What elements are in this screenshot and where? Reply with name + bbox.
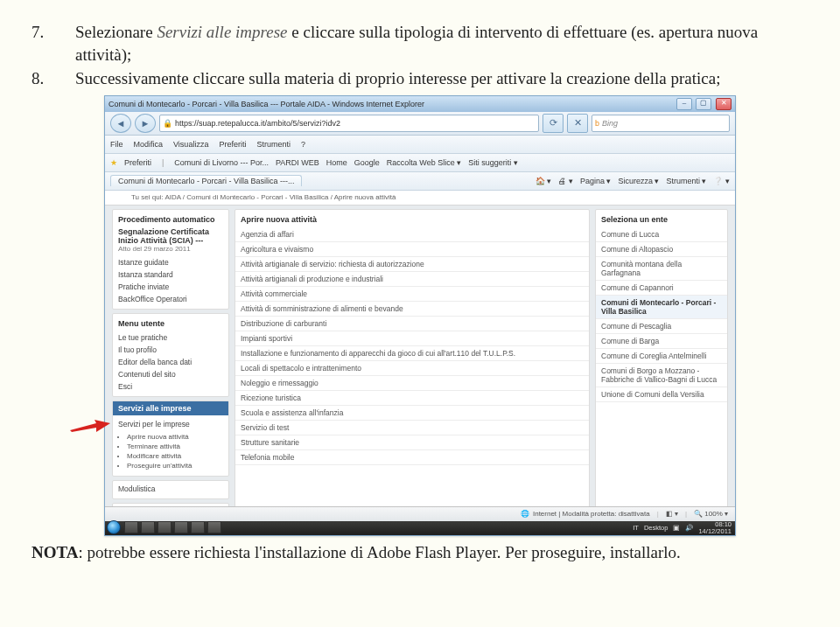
menu-view[interactable]: Visualizza bbox=[173, 140, 208, 149]
activity-item[interactable]: Locali di spettacolo e intrattenimento bbox=[235, 361, 589, 376]
minimize-button[interactable]: – bbox=[676, 98, 692, 110]
tray-clock[interactable]: 08:10 14/12/2011 bbox=[698, 521, 732, 534]
ente-item[interactable]: Comune di Pescaglia bbox=[596, 319, 727, 334]
tool-security[interactable]: Sicurezza ▾ bbox=[618, 177, 659, 185]
window-title: Comuni di Montecarlo - Porcari - Villa B… bbox=[108, 100, 424, 108]
fav-link[interactable]: PARDI WEB bbox=[276, 158, 319, 167]
ente-item[interactable]: Comune di Coreglia Antelminelli bbox=[596, 349, 727, 364]
search-box[interactable]: b Bing bbox=[592, 115, 730, 132]
zoom-level[interactable]: 🔍 100% ▾ bbox=[694, 510, 728, 518]
activity-item[interactable]: Impianti sportivi bbox=[235, 331, 589, 346]
maximize-button[interactable]: ▢ bbox=[696, 98, 711, 110]
tool-help[interactable]: ❔ ▾ bbox=[713, 177, 730, 185]
activity-item[interactable]: Strutture sanitarie bbox=[235, 435, 589, 450]
activity-item[interactable]: Distribuzione di carburanti bbox=[235, 317, 589, 331]
ente-item[interactable]: Comune di Lucca bbox=[596, 227, 727, 242]
taskbar: IT Desktop ▣ 🔊 08:10 14/12/2011 bbox=[105, 521, 735, 535]
ente-item[interactable]: Comuni di Borgo a Mozzano -Fabbriche di … bbox=[596, 364, 727, 387]
link-modulistica[interactable]: Modulistica bbox=[118, 483, 223, 495]
panel-title: Servizi alle imprese bbox=[113, 401, 228, 415]
link-istanze-guidate[interactable]: Istanze guidate bbox=[118, 256, 223, 268]
refresh-button[interactable]: ⟳ bbox=[542, 114, 564, 133]
fav-link[interactable]: Google bbox=[354, 158, 380, 167]
close-button[interactable]: ✕ bbox=[716, 98, 732, 110]
menu-help[interactable]: ? bbox=[301, 140, 305, 149]
servizi-item[interactable]: Terminare attività bbox=[127, 442, 223, 451]
star-icon[interactable]: ★ bbox=[110, 158, 117, 167]
ente-item[interactable]: Comune di Capannori bbox=[596, 281, 727, 296]
step-number: 8. bbox=[32, 67, 75, 90]
zone-text: Internet | Modalità protetta: disattivat… bbox=[533, 510, 650, 518]
link-profilo[interactable]: Il tuo profilo bbox=[118, 344, 223, 356]
taskbar-pin[interactable] bbox=[174, 521, 188, 533]
tool-print[interactable]: 🖨 ▾ bbox=[558, 177, 573, 185]
link-contenuti[interactable]: Contenuti del sito bbox=[118, 368, 223, 380]
ente-item[interactable]: Comune di Barga bbox=[596, 334, 727, 349]
ente-item[interactable]: Comune di Altopascio bbox=[596, 242, 727, 257]
menu-tools[interactable]: Strumenti bbox=[256, 140, 290, 149]
tool-tools[interactable]: Strumenti ▾ bbox=[666, 177, 706, 185]
activity-item[interactable]: Agenzia di affari bbox=[235, 227, 589, 242]
fav-label[interactable]: Preferiti bbox=[124, 158, 151, 167]
activity-item[interactable]: Noleggio e rimessaggio bbox=[235, 376, 589, 391]
start-button[interactable] bbox=[107, 520, 121, 534]
forward-button[interactable]: ► bbox=[135, 114, 156, 133]
ente-item-selected[interactable]: Comuni di Montecarlo - Porcari - Villa B… bbox=[596, 296, 727, 319]
tabs-row: Comuni di Montecarlo - Porcari - Villa B… bbox=[105, 172, 735, 191]
tool-home[interactable]: 🏠 ▾ bbox=[536, 177, 552, 185]
url-text: https://suap.retepalucca.it/ambito/5/ser… bbox=[175, 119, 340, 128]
link-tue-pratiche[interactable]: Le tue pratiche bbox=[118, 331, 223, 344]
activity-item[interactable]: Telefonia mobile bbox=[235, 450, 589, 465]
fav-link[interactable]: Comuni di Livorno --- Por... bbox=[174, 158, 269, 167]
tool-page[interactable]: Pagina ▾ bbox=[580, 177, 612, 185]
globe-icon: 🌐 bbox=[521, 510, 529, 518]
activity-item[interactable]: Agricoltura e vivaismo bbox=[235, 242, 589, 257]
ente-item[interactable]: Comunità montana della Garfagnana bbox=[596, 257, 727, 281]
panel-servizi-imprese: Servizi alle imprese Servizi per le impr… bbox=[112, 401, 229, 477]
taskbar-pin[interactable] bbox=[124, 521, 138, 533]
right-title: Seleziona un ente bbox=[596, 215, 727, 224]
tray-icon[interactable]: ▣ bbox=[673, 524, 680, 532]
link-istanza-standard[interactable]: Istanza standard bbox=[118, 268, 223, 281]
back-button[interactable]: ◄ bbox=[110, 114, 131, 133]
link-editor[interactable]: Editor della banca dati bbox=[118, 356, 223, 368]
stop-button[interactable]: ✕ bbox=[567, 114, 588, 133]
activity-item[interactable]: Attività artigianale di servizio: richie… bbox=[235, 257, 589, 272]
step-8-text: Successivamente cliccare sulla materia d… bbox=[75, 67, 720, 90]
tray-icon[interactable]: 🔊 bbox=[685, 524, 693, 532]
browser-tab[interactable]: Comuni di Montecarlo - Porcari - Villa B… bbox=[110, 175, 302, 186]
panel-modulistica[interactable]: Modulistica bbox=[112, 480, 229, 499]
menu-file[interactable]: File bbox=[110, 140, 123, 149]
servizi-item[interactable]: Proseguire un'attività bbox=[127, 461, 223, 470]
menu-edit[interactable]: Modifica bbox=[134, 140, 164, 149]
taskbar-pin[interactable] bbox=[141, 521, 155, 533]
taskbar-pin[interactable] bbox=[191, 521, 205, 533]
taskbar-pin[interactable] bbox=[207, 521, 221, 533]
ente-item[interactable]: Unione di Comuni della Versilia bbox=[596, 387, 727, 402]
window-buttons: – ▢ ✕ bbox=[675, 98, 732, 110]
menu-fav[interactable]: Preferiti bbox=[219, 140, 246, 149]
activity-item[interactable]: Ricezione turistica bbox=[235, 391, 589, 406]
link-backoffice[interactable]: BackOffice Operatori bbox=[118, 293, 223, 305]
link-esci[interactable]: Esci bbox=[118, 380, 223, 393]
activity-item[interactable]: Attività artigianali di produzione e ind… bbox=[235, 272, 589, 287]
fav-link[interactable]: Siti suggeriti ▾ bbox=[468, 158, 518, 167]
address-bar[interactable]: 🔒 https://suap.retepalucca.it/ambito/5/s… bbox=[159, 115, 539, 132]
fav-link[interactable]: Raccolta Web Slice ▾ bbox=[387, 158, 461, 167]
protected-mode-icon[interactable]: ◧ ▾ bbox=[666, 510, 678, 518]
link-pratiche-inviate[interactable]: Pratiche inviate bbox=[118, 281, 223, 293]
breadcrumb: Tu sei qui: AIDA / Comuni di Montecarlo … bbox=[105, 191, 735, 206]
taskbar-pin[interactable] bbox=[158, 521, 172, 533]
activity-item[interactable]: Installazione e funzionamento di apparec… bbox=[235, 346, 589, 361]
activity-item[interactable]: Servizio di test bbox=[235, 421, 589, 435]
fav-link[interactable]: Home bbox=[326, 158, 347, 167]
servizi-item[interactable]: Modificare attività bbox=[127, 451, 223, 461]
tray-lang[interactable]: IT bbox=[633, 524, 639, 532]
servizi-item[interactable]: Aprire nuova attività bbox=[127, 432, 223, 442]
activity-item[interactable]: Attività commerciale bbox=[235, 287, 589, 302]
note-text: : potrebbe essere richiesta l'installazi… bbox=[78, 543, 680, 561]
left-column: Procedimento automatico Segnalazione Cer… bbox=[112, 209, 229, 526]
activity-item[interactable]: Attività di somministrazione di alimenti… bbox=[235, 302, 589, 317]
tray-desktop[interactable]: Desktop bbox=[644, 524, 668, 532]
activity-item[interactable]: Scuola e assistenza all'infanzia bbox=[235, 406, 589, 421]
